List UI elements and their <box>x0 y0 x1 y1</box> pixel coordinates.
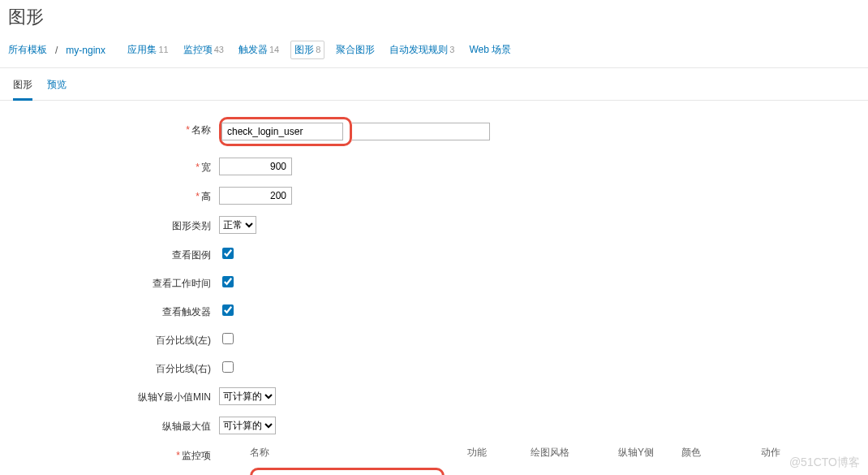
subtab-graph[interactable]: 图形 <box>13 75 32 101</box>
page-title: 图形 <box>0 0 868 37</box>
ymax-select[interactable]: 可计算的 <box>219 417 276 434</box>
breadcrumb: 所有模板 / my-nginx 应用集11 监控项43 触发器14 图形8 聚合… <box>0 37 868 67</box>
subtabs: 图形 预览 <box>0 68 868 101</box>
col-header-color: 颜色 <box>681 446 754 460</box>
breadcrumb-template-name[interactable]: my-nginx <box>66 45 105 56</box>
ymin-select[interactable]: 可计算的 <box>219 387 276 405</box>
legend-label: 查看图例 <box>8 245 219 262</box>
tab-triggers[interactable]: 触发器14 <box>235 41 282 58</box>
graph-type-select[interactable]: 正常 <box>219 216 256 234</box>
tab-web[interactable]: Web 场景 <box>466 41 514 58</box>
worktime-label: 查看工作时间 <box>8 274 219 291</box>
col-header-action: 动作 <box>761 446 801 460</box>
percent-right-checkbox[interactable] <box>222 361 234 373</box>
triggers-label: 查看触发器 <box>8 302 219 319</box>
items-header-row: 名称 功能 绘图风格 纵轴Y侧 颜色 动作 <box>219 446 860 460</box>
ymin-label: 纵轴Y最小值MIN <box>8 387 219 404</box>
col-header-yaxis: 纵轴Y侧 <box>618 446 675 460</box>
col-header-style: 绘图风格 <box>531 446 612 460</box>
legend-checkbox[interactable] <box>222 248 234 259</box>
height-input[interactable] <box>219 187 292 205</box>
graph-form: *名称 *宽 *高 图形类别 正常 查看图例 查看工作时间 查看触发器 百分比线… <box>0 101 868 475</box>
name-highlight <box>219 117 352 146</box>
percent-left-label: 百分比线(左) <box>8 330 219 348</box>
item-row: ⋮⋮ 1: my-nginx: check_login_user 平均 线 左侧… <box>219 468 860 475</box>
items-label: 监控项 <box>182 450 211 461</box>
tab-applications[interactable]: 应用集11 <box>124 41 171 58</box>
worktime-checkbox[interactable] <box>222 276 234 287</box>
percent-left-checkbox[interactable] <box>222 333 234 344</box>
breadcrumb-all-templates[interactable]: 所有模板 <box>8 43 47 57</box>
ymax-label: 纵轴最大值 <box>8 417 219 434</box>
col-header-func: 功能 <box>467 446 524 460</box>
breadcrumb-separator: / <box>55 45 58 56</box>
tab-discovery[interactable]: 自动发现规则3 <box>386 41 458 58</box>
tab-items[interactable]: 监控项43 <box>180 41 227 58</box>
width-label: 宽 <box>201 162 211 173</box>
name-input-extra[interactable] <box>352 123 490 140</box>
tab-screens[interactable]: 聚合图形 <box>333 41 378 58</box>
triggers-checkbox[interactable] <box>222 304 234 316</box>
name-label: 名称 <box>191 124 211 136</box>
item-name-highlight: ⋮⋮ 1: my-nginx: check_login_user <box>250 468 445 475</box>
width-input[interactable] <box>219 158 292 175</box>
height-label: 高 <box>201 191 211 202</box>
subtab-preview[interactable]: 预览 <box>47 75 67 100</box>
tab-graphs[interactable]: 图形8 <box>290 41 324 59</box>
name-input[interactable] <box>221 123 343 140</box>
percent-right-label: 百分比线(右) <box>8 359 219 376</box>
graph-type-label: 图形类别 <box>8 216 219 233</box>
col-header-name: 名称 <box>250 446 461 460</box>
